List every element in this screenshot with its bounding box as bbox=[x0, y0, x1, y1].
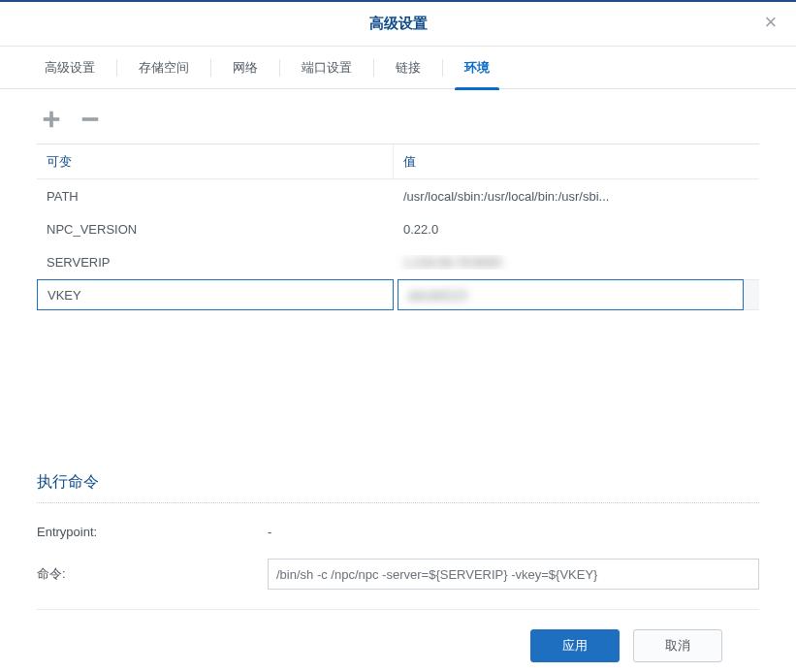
env-name: PATH bbox=[37, 189, 394, 204]
entrypoint-row: Entrypoint: - bbox=[37, 525, 759, 539]
scroll-gutter bbox=[744, 279, 759, 310]
dialog-header: 高级设置 × bbox=[0, 2, 796, 47]
env-value: abcdef123 bbox=[408, 288, 467, 303]
table-row[interactable]: PATH /usr/local/sbin:/usr/local/bin:/usr… bbox=[37, 179, 759, 212]
cancel-button[interactable]: 取消 bbox=[633, 629, 722, 662]
command-row: 命令: bbox=[37, 559, 759, 590]
dialog-title: 高级设置 bbox=[369, 15, 428, 33]
entrypoint-label: Entrypoint: bbox=[37, 525, 268, 539]
table-row[interactable]: NPC_VERSION 0.22.0 bbox=[37, 212, 759, 245]
tab-advanced[interactable]: 高级设置 bbox=[39, 47, 101, 89]
close-icon[interactable]: × bbox=[761, 14, 780, 33]
tab-environment[interactable]: 环境 bbox=[459, 47, 495, 89]
entrypoint-value: - bbox=[268, 525, 759, 539]
add-env-button[interactable] bbox=[41, 109, 62, 130]
tab-ports[interactable]: 端口设置 bbox=[296, 47, 358, 89]
tab-network[interactable]: 网络 bbox=[227, 47, 264, 89]
env-value: 1.234.56.78:9000 bbox=[394, 255, 759, 270]
command-input[interactable] bbox=[268, 559, 759, 590]
dialog-footer: 应用 取消 bbox=[37, 609, 759, 672]
env-table-header: 可变 值 bbox=[37, 144, 759, 179]
svg-rect-2 bbox=[82, 117, 99, 121]
env-name: VKEY bbox=[37, 279, 394, 310]
svg-rect-1 bbox=[44, 117, 60, 121]
env-col-name[interactable]: 可变 bbox=[37, 144, 394, 178]
exec-section-title: 执行命令 bbox=[37, 472, 759, 503]
command-label: 命令: bbox=[37, 565, 268, 583]
env-name: SERVERIP bbox=[37, 255, 394, 270]
env-col-value[interactable]: 值 bbox=[394, 153, 759, 171]
env-value: 0.22.0 bbox=[394, 222, 759, 237]
tab-storage[interactable]: 存储空间 bbox=[133, 47, 195, 89]
tab-bar: 高级设置 存储空间 网络 端口设置 链接 环境 bbox=[0, 47, 796, 89]
apply-button[interactable]: 应用 bbox=[530, 629, 620, 662]
table-row[interactable]: VKEY abcdef123 bbox=[37, 278, 759, 311]
env-value-editor[interactable]: abcdef123 bbox=[398, 279, 744, 310]
table-row[interactable]: SERVERIP 1.234.56.78:9000 bbox=[37, 245, 759, 278]
remove-env-button[interactable] bbox=[80, 109, 101, 130]
env-table: 可变 值 PATH /usr/local/sbin:/usr/local/bin… bbox=[37, 144, 759, 311]
tab-links[interactable]: 链接 bbox=[390, 47, 427, 89]
env-toolbar bbox=[37, 105, 759, 144]
env-value: /usr/local/sbin:/usr/local/bin:/usr/sbi.… bbox=[394, 189, 759, 204]
env-name: NPC_VERSION bbox=[37, 222, 394, 237]
advanced-settings-dialog: 高级设置 × 高级设置 存储空间 网络 端口设置 链接 环境 可变 值 bbox=[0, 2, 796, 672]
